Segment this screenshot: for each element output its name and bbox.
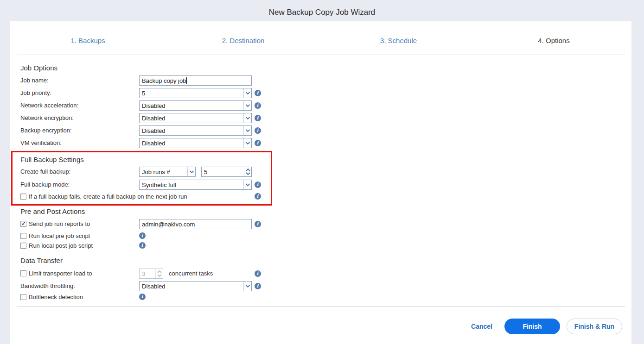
backup-encryption-select[interactable]: Disabled [139,125,252,136]
spinner-up-icon [246,169,250,171]
job-priority-select[interactable]: 5 [139,88,252,98]
bandwidth-throttling-info-icon[interactable] [255,283,261,289]
create-full-backup-count-value: 5 [202,167,244,176]
send-reports-label: Send job run reports to [29,220,90,227]
network-encryption-select[interactable]: Disabled [139,113,252,123]
spinner-down-icon [157,274,162,277]
network-acceleration-select[interactable]: Disabled [139,100,252,111]
chevron-down-icon [243,101,251,110]
post-script-checkbox[interactable] [20,243,26,249]
wizard-titlebar: New Backup Copy Job Wizard [0,0,644,21]
full-backup-mode-row: Full backup mode: Synthetic full [10,180,631,190]
full-backup-fail-checkbox[interactable] [20,194,26,200]
limit-transporter-count-spinner: 3 [139,269,163,279]
footer-divider [17,306,625,306]
bandwidth-throttling-label: Bandwidth throttling: [20,282,75,289]
create-full-backup-label: Create full backup: [20,168,70,175]
limit-transporter-label: Limit transporter load to [29,270,92,277]
send-reports-email-input[interactable]: admin@nakivo.com [139,219,252,229]
network-acceleration-value: Disabled [140,101,243,110]
bandwidth-throttling-row: Bandwidth throttling: Disabled [10,281,631,291]
backup-encryption-label: Backup encryption: [20,127,72,134]
pre-script-row: Run local pre job script [10,232,631,243]
network-acceleration-label: Network acceleration: [20,102,78,109]
full-backup-mode-label: Full backup mode: [20,181,70,188]
footer-actions: Cancel Finish Finish & Run [471,319,622,334]
job-name-row: Job name: Backup copy job [10,75,631,86]
pre-script-info-icon[interactable] [139,232,146,239]
job-name-value: Backup copy job [142,77,186,84]
limit-transporter-info-icon[interactable] [255,270,261,277]
concurrent-tasks-label: concurrent tasks [169,270,213,277]
chevron-down-icon [243,138,251,148]
network-acceleration-info-icon[interactable] [255,102,261,109]
chevron-down-icon [243,126,251,135]
network-acceleration-row: Network acceleration: Disabled [10,100,631,111]
network-encryption-info-icon[interactable] [255,115,261,121]
chevron-down-icon [243,180,251,189]
job-name-input[interactable]: Backup copy job [139,75,252,86]
vm-verification-value: Disabled [140,138,243,148]
backup-encryption-info-icon[interactable] [255,127,261,134]
job-priority-info-icon[interactable] [255,90,261,96]
backup-encryption-value: Disabled [140,126,243,135]
full-backup-mode-select[interactable]: Synthetic full [139,180,252,190]
spinner-down-icon [246,172,250,175]
post-script-row: Run local post job script [10,242,631,252]
create-full-backup-count-spinner[interactable]: 5 [201,167,252,177]
bottleneck-detection-label: Bottleneck detection [29,294,83,300]
full-backup-fail-row: If a full backup fails, create a full ba… [10,193,631,203]
limit-transporter-row: Limit transporter load to 3 concurrent t… [10,269,631,279]
vm-verification-label: VM verification: [20,139,62,146]
wizard-title: New Backup Copy Job Wizard [269,4,376,17]
bandwidth-throttling-select[interactable]: Disabled [139,281,252,291]
full-backup-fail-label: If a full backup fails, create a full ba… [29,193,187,200]
create-full-backup-row: Create full backup: Job runs # 5 [10,167,631,177]
chevron-down-icon [243,113,251,123]
vm-verification-select[interactable]: Disabled [139,138,252,148]
network-encryption-row: Network encryption: Disabled [10,113,631,123]
job-name-label: Job name: [20,77,49,84]
pre-script-checkbox[interactable] [20,233,26,239]
full-backup-settings-heading: Full Backup Settings [20,156,84,163]
job-options-heading: Job Options [20,64,57,72]
limit-transporter-count-value: 3 [140,269,155,278]
network-encryption-value: Disabled [140,113,243,123]
send-reports-checkbox[interactable] [20,221,26,227]
cancel-button[interactable]: Cancel [471,323,492,330]
post-script-info-icon[interactable] [139,242,146,249]
text-cursor [186,77,187,84]
job-priority-value: 5 [140,88,243,98]
pre-script-label: Run local pre job script [29,232,90,239]
send-reports-row: Send job run reports to admin@nakivo.com [10,219,631,229]
full-backup-fail-info-icon[interactable] [255,193,261,200]
data-transfer-heading: Data Transfer [20,256,63,264]
bottleneck-detection-row: Bottleneck detection [10,294,631,304]
finish-button[interactable]: Finish [504,319,560,334]
finish-and-run-button[interactable]: Finish & Run [567,319,622,334]
create-full-backup-mode-value: Job runs # [140,167,187,176]
limit-transporter-checkbox[interactable] [20,270,26,276]
wizard-panel: 1. Backups 2. Destination 3. Schedule 4.… [10,21,631,344]
spinner-arrows [244,167,251,176]
send-reports-info-icon[interactable] [255,221,261,227]
job-priority-label: Job priority: [20,89,51,96]
spinner-up-icon [157,270,162,273]
bottleneck-detection-info-icon[interactable] [139,294,146,300]
create-full-backup-mode-select[interactable]: Job runs # [139,167,196,177]
network-encryption-label: Network encryption: [20,114,74,121]
job-priority-row: Job priority: 5 [10,88,631,98]
backup-encryption-row: Backup encryption: Disabled [10,125,631,136]
spinner-arrows [155,269,163,278]
full-backup-mode-value: Synthetic full [140,180,243,189]
options-content: Job Options Job name: Backup copy job Jo… [10,21,631,344]
bottleneck-detection-checkbox[interactable] [20,294,26,300]
send-reports-email-value: admin@nakivo.com [142,221,195,228]
vm-verification-info-icon[interactable] [255,140,261,146]
post-script-label: Run local post job script [29,242,93,249]
chevron-down-icon [187,167,195,176]
chevron-down-icon [243,88,251,98]
bandwidth-throttling-value: Disabled [140,281,243,291]
chevron-down-icon [243,281,251,291]
full-backup-mode-info-icon[interactable] [255,181,261,188]
